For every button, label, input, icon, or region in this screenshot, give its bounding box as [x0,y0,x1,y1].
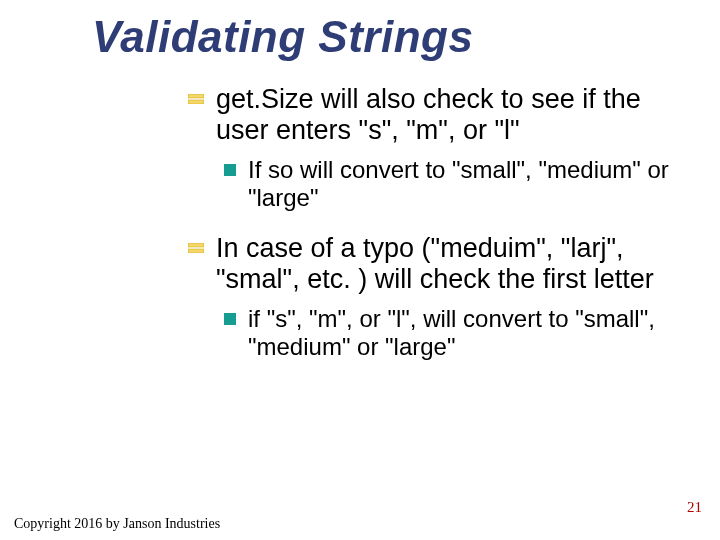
bullet-text: In case of a typo ("meduim", "larj", "sm… [216,233,678,295]
sub-bullet-text: If so will convert to "small", "medium" … [248,156,678,213]
svg-rect-2 [188,243,204,247]
sub-bullet-text: if "s", "m", or "l", will convert to "sm… [248,305,678,362]
square-bullet-icon [224,313,236,325]
bullet-icon [188,243,204,253]
copyright-footer: Copyright 2016 by Janson Industries [14,516,220,532]
slide: Validating Strings get.Size will also ch… [0,0,720,540]
slide-body: get.Size will also check to see if the u… [188,84,678,381]
square-bullet-icon [224,164,236,176]
svg-rect-1 [188,100,204,104]
bullet-text: get.Size will also check to see if the u… [216,84,678,146]
svg-rect-3 [188,249,204,253]
page-number: 21 [687,499,702,516]
bullet-item-2: In case of a typo ("meduim", "larj", "sm… [188,233,678,295]
svg-rect-0 [188,94,204,98]
slide-title: Validating Strings [92,12,473,62]
sub-bullet-item-1: If so will convert to "small", "medium" … [224,156,678,213]
sub-bullet-item-2: if "s", "m", or "l", will convert to "sm… [224,305,678,362]
bullet-icon [188,94,204,104]
bullet-item-1: get.Size will also check to see if the u… [188,84,678,146]
